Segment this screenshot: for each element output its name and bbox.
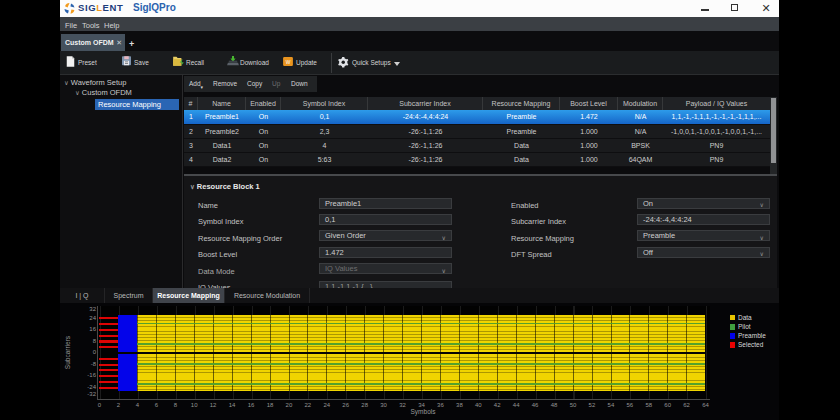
svg-text:W: W <box>286 60 291 65</box>
